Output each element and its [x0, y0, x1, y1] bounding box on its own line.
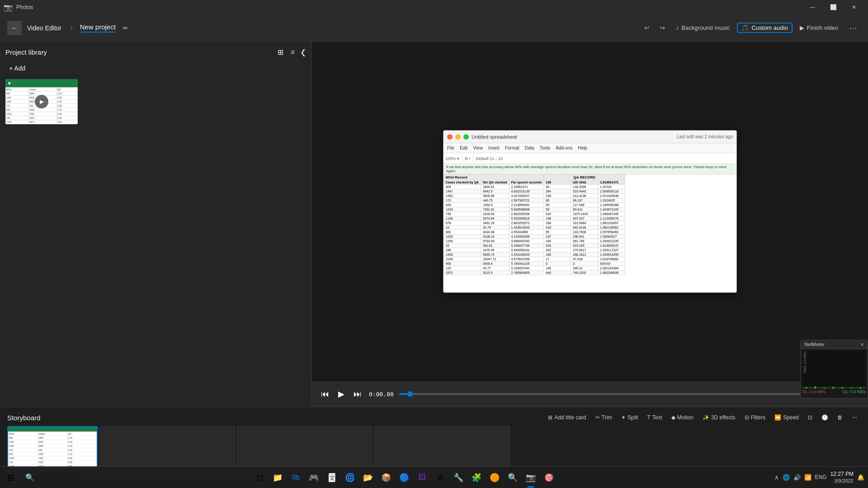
- volume-button[interactable]: 🔊: [793, 474, 801, 481]
- table-row: 2332.751.423913043419662.91481.582135561: [444, 225, 625, 230]
- settings-button[interactable]: ⚙: [432, 469, 448, 486]
- main-layout: Project library ⊞ ≡ ❮ + Add ■ MOdCasesQA…: [0, 42, 868, 407]
- trim-button[interactable]: ✂ Trim: [592, 413, 616, 422]
- explorer-button[interactable]: 📁: [269, 469, 286, 486]
- menu-edit[interactable]: Edit: [460, 145, 467, 150]
- dev-tools-button[interactable]: 🔧: [450, 469, 467, 486]
- media-item[interactable]: ■ MOdCasesQA 80918042.23 144764424.00 13…: [5, 79, 78, 124]
- speed-label: Speed: [783, 414, 799, 421]
- timer-button[interactable]: 🕐: [818, 413, 832, 422]
- search-icon: 🔍: [25, 473, 34, 482]
- text-button[interactable]: T Text: [643, 413, 665, 422]
- files-button[interactable]: 📂: [360, 469, 376, 486]
- menu-addons[interactable]: Add-ons: [556, 145, 572, 150]
- add-title-label: Add title card: [554, 414, 586, 421]
- search-button[interactable]: 🔍: [22, 469, 38, 486]
- xbox-button[interactable]: 🎮: [306, 469, 322, 486]
- maximize-button[interactable]: ⬜: [823, 0, 844, 14]
- redo-button[interactable]: ↪: [656, 23, 669, 33]
- edit-project-name-button[interactable]: ✏: [123, 24, 128, 32]
- back-button[interactable]: ←: [7, 21, 22, 35]
- table-row: 6291392.62.21399046190117.5481.199499388: [444, 203, 625, 207]
- wifi-button[interactable]: 📶: [804, 474, 811, 481]
- crop-button[interactable]: ⊡: [804, 413, 816, 422]
- browser-button[interactable]: 🟠: [486, 469, 503, 486]
- collapse-library-button[interactable]: ❮: [300, 48, 306, 56]
- more-options-button[interactable]: ⋯: [845, 21, 861, 35]
- split-button[interactable]: ✦ Split: [618, 413, 642, 422]
- photos-button[interactable]: 📷: [523, 469, 539, 486]
- menu-tools[interactable]: Tools: [540, 145, 550, 150]
- ss-min-btn[interactable]: [455, 134, 461, 140]
- list-view-button[interactable]: ≡: [289, 47, 297, 57]
- solitaire-button[interactable]: 🃏: [324, 469, 340, 486]
- delete-button[interactable]: 🗑: [834, 413, 846, 422]
- filters-button[interactable]: ⊟ Filters: [741, 413, 769, 422]
- add-title-icon: ⊞: [548, 414, 552, 421]
- minimize-button[interactable]: —: [802, 0, 823, 14]
- magnify-button[interactable]: 🔍: [505, 469, 521, 486]
- ss-menu-bar: File Edit View Insert Format Data Tools …: [443, 143, 736, 153]
- grid-view-button[interactable]: ⊞: [276, 47, 285, 57]
- menu-data[interactable]: Data: [525, 145, 534, 150]
- effects-icon: ✨: [703, 414, 709, 421]
- ss-max-btn[interactable]: [463, 134, 469, 140]
- ext-button[interactable]: 🧩: [468, 469, 485, 486]
- clock-date: 3/9/2022: [830, 478, 854, 484]
- music-icon: ♪: [676, 24, 679, 31]
- store-button[interactable]: 🛍: [288, 469, 304, 486]
- xbox-icon: 🎮: [309, 473, 319, 483]
- menu-view[interactable]: View: [473, 145, 483, 150]
- rewind-button[interactable]: ⏮: [319, 388, 331, 401]
- 3d-effects-button[interactable]: ✨ 3D effects: [699, 413, 739, 422]
- table-row: 13525905.964.427495207199412.41362.07242…: [444, 194, 625, 198]
- notifications-button[interactable]: 🔔: [857, 474, 864, 481]
- project-library-panel: Project library ⊞ ≡ ❮ + Add ■ MOdCasesQA…: [0, 42, 312, 407]
- more-tools-button[interactable]: ⋯: [848, 413, 861, 422]
- ext-icon: 🧩: [472, 473, 481, 483]
- menu-file[interactable]: File: [447, 145, 454, 150]
- table-row: 12343.770.239097444146349.112.391164384: [444, 266, 625, 271]
- custom-audio-button[interactable]: 🎵 Custom audio: [737, 23, 792, 33]
- dl-speed: DL: 0.0 KB/s: [802, 389, 826, 394]
- motion-button[interactable]: ◆ Motion: [668, 413, 697, 422]
- progress-thumb[interactable]: [407, 391, 413, 397]
- taskbar-chevron-button[interactable]: ∧: [774, 474, 779, 481]
- dropbox-button[interactable]: 📦: [378, 469, 394, 486]
- table-row: 11486374.645.552999516168407.0372.113435…: [444, 216, 625, 221]
- wifi-icon: 📶: [804, 474, 811, 481]
- speed-icon: ⏩: [774, 414, 781, 421]
- play-pause-button[interactable]: ▶: [336, 387, 346, 401]
- background-music-button[interactable]: ♪ Background music: [672, 23, 733, 33]
- taskview-icon: ⊡: [256, 473, 263, 483]
- undo-button[interactable]: ↩: [641, 23, 653, 33]
- trim-label: Trim: [602, 414, 613, 421]
- netmeter-body: MAX: 0.0 MB/s DL: 0.0 KB/s UL: 0.0 KB/s: [801, 349, 868, 396]
- chrome-button[interactable]: 🔵: [396, 469, 412, 486]
- close-button[interactable]: ✕: [844, 0, 864, 14]
- play-overlay[interactable]: ▶: [35, 95, 48, 108]
- netmeter-max-label: MAX: 0.0 MB/s: [803, 352, 807, 373]
- forward-button[interactable]: ⏭: [352, 388, 363, 401]
- network-icon-button[interactable]: 🌐: [783, 474, 790, 481]
- taskview-button[interactable]: ⊡: [251, 469, 268, 486]
- code-button[interactable]: 🎯: [541, 469, 557, 486]
- netmeter-close-button[interactable]: ✕: [860, 342, 864, 347]
- add-title-card-button[interactable]: ⊞ Add title card: [544, 413, 590, 422]
- ss-close-btn[interactable]: [447, 134, 453, 140]
- add-media-button[interactable]: + Add: [5, 63, 29, 74]
- taskbar-clock[interactable]: 12:27 PM 3/9/2022: [830, 471, 854, 484]
- finish-video-button[interactable]: ▶ Finish video: [796, 23, 842, 33]
- photo-editor-button[interactable]: 🖼: [414, 469, 430, 486]
- speed-button[interactable]: ⏩ Speed: [771, 413, 802, 422]
- table-row: 12335108.154.142982936137206.5411.500929…: [444, 235, 625, 239]
- ss-toolbar: 100% ▾ B I Default (A... 10: [443, 153, 736, 164]
- progress-bar[interactable]: [399, 393, 818, 395]
- storyboard-header: Storyboard ⊞ Add title card ✂ Trim ✦ Spl…: [7, 413, 861, 422]
- menu-format[interactable]: Format: [505, 145, 519, 150]
- start-button[interactable]: ⊞: [0, 467, 22, 488]
- ss-info-bar: If we find anyone who has accuracy below…: [443, 164, 736, 174]
- menu-insert[interactable]: Insert: [488, 145, 500, 150]
- menu-help[interactable]: Help: [578, 145, 587, 150]
- edge-button[interactable]: 🌀: [342, 469, 358, 486]
